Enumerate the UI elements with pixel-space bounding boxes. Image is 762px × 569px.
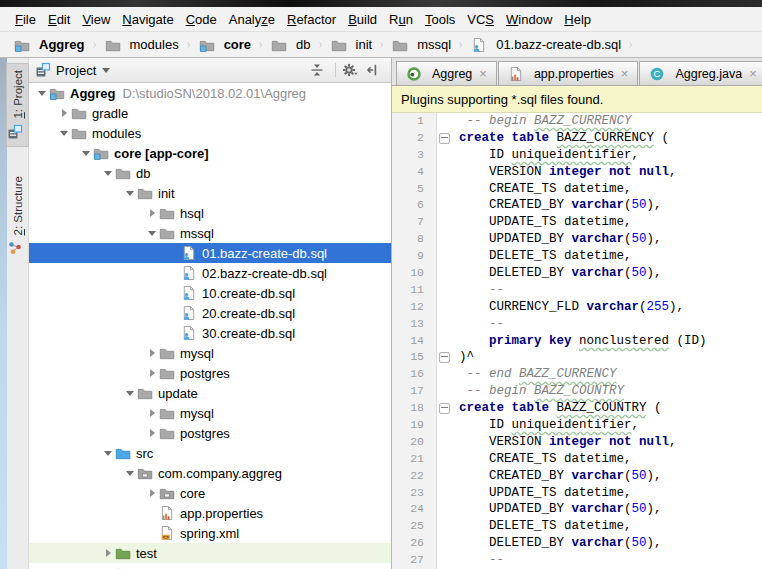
collapse-arrow-icon[interactable] [148, 231, 156, 236]
tree-item-01-bazz-create-db-sql[interactable]: 01.bazz-create-db.sql [29, 243, 391, 263]
line-number: 11 [392, 282, 436, 299]
code-editor[interactable]: 1 -- begin BAZZ_CURRENCY2create table BA… [392, 113, 762, 569]
close-icon[interactable]: × [479, 67, 487, 80]
tree-item-mssql[interactable]: mssql [29, 223, 391, 243]
menu-item-file[interactable]: File [9, 10, 42, 29]
menu-item-tools[interactable]: Tools [419, 10, 461, 29]
collapse-arrow-icon[interactable] [126, 471, 134, 476]
menu-item-build[interactable]: Build [342, 10, 383, 29]
tree-item-20-create-db-sql[interactable]: 20.create-db.sql [29, 303, 391, 323]
tree-item-label: mysql [180, 406, 214, 421]
code-text: CREATED_BY varchar(50), [453, 468, 662, 485]
expand-arrow-icon[interactable] [150, 349, 155, 357]
editor-tab-app-properties[interactable]: app.properties× [498, 61, 639, 85]
menu-item-refactor[interactable]: Refactor [281, 10, 342, 29]
folder-icon [159, 405, 175, 421]
tree-item-src[interactable]: src [29, 443, 391, 463]
code-line: 25 DELETE_TS datetime, [392, 518, 762, 535]
code-text: -- begin BAZZ_CURRENCY [453, 113, 632, 130]
tool-window-button-structure[interactable]: 2: Structure [6, 169, 29, 263]
breadcrumb-item-mssql[interactable]: mssql [390, 36, 453, 54]
menu-item-navigate[interactable]: Navigate [116, 10, 179, 29]
tree-item-30-create-db-sql[interactable]: 30.create-db.sql [29, 323, 391, 343]
breadcrumb-item-modules[interactable]: modules [103, 36, 181, 54]
code-line: 27 -- [392, 552, 762, 569]
tree-item-app-properties[interactable]: app.properties [29, 503, 391, 523]
tree-item-init[interactable]: init [29, 183, 391, 203]
tree-item-partial[interactable] [29, 563, 391, 569]
menu-item-edit[interactable]: Edit [42, 10, 76, 29]
editor-tab-aggreg[interactable]: Aggreg× [396, 61, 497, 85]
tree-item-core[interactable]: core [29, 483, 391, 503]
chevron-down-icon[interactable] [102, 68, 110, 73]
collapse-arrow-icon[interactable] [126, 191, 134, 196]
tree-item-core-app-core-[interactable]: core [app-core] [29, 143, 391, 163]
breadcrumb-item-01-bazz-create-db-sql[interactable]: 01.bazz-create-db.sql [469, 36, 623, 54]
tool-window-button-project[interactable]: 1: Project [6, 63, 29, 147]
folder-icon [271, 37, 287, 53]
close-icon[interactable]: × [749, 67, 757, 80]
tree-item-db[interactable]: db [29, 163, 391, 183]
tab-label: Aggreg [432, 67, 472, 81]
tree-item-modules[interactable]: modules [29, 123, 391, 143]
expand-arrow-icon[interactable] [150, 369, 155, 377]
breadcrumb-item-db[interactable]: db [269, 36, 312, 54]
fold-marker-icon[interactable] [439, 403, 450, 414]
tree-item-spring-xml[interactable]: <>spring.xml [29, 523, 391, 543]
code-text: -- begin BAZZ_COUNTRY [453, 383, 624, 400]
tree-item-10-create-db-sql[interactable]: 10.create-db.sql [29, 283, 391, 303]
chevron-right-icon [627, 37, 635, 53]
expand-arrow-icon[interactable] [150, 429, 155, 437]
menu-item-analyze[interactable]: Analyze [223, 10, 281, 29]
expand-arrow-icon[interactable] [62, 109, 67, 117]
hide-panel-button[interactable] [363, 60, 385, 80]
tree-item-gradle[interactable]: gradle [29, 103, 391, 123]
tree-item-postgres[interactable]: postgres [29, 363, 391, 383]
tree-item-update[interactable]: update [29, 383, 391, 403]
tree-item-test[interactable]: test [29, 543, 391, 563]
tree-item-aggreg[interactable]: AggregD:\studioSN\2018.02.01\Aggreg [29, 83, 391, 103]
expand-arrow-icon[interactable] [150, 409, 155, 417]
close-icon[interactable]: × [621, 67, 629, 80]
code-text: -- [453, 282, 504, 299]
collapse-arrow-icon[interactable] [38, 91, 46, 96]
menu-item-window[interactable]: Window [500, 10, 558, 29]
tree-item-hsql[interactable]: hsql [29, 203, 391, 223]
code-line: 7 UPDATE_TS datetime, [392, 214, 762, 231]
package-icon [137, 465, 153, 481]
collapse-all-button[interactable] [308, 60, 330, 80]
code-line: 13 -- [392, 316, 762, 333]
tree-item-postgres[interactable]: postgres [29, 423, 391, 443]
breadcrumb-item-core[interactable]: core [197, 36, 253, 54]
menu-item-vcs[interactable]: VCS [461, 10, 500, 29]
editor-tab-aggreg-java[interactable]: CAggreg.java× [639, 61, 762, 85]
code-text: -- [453, 316, 504, 333]
menu-item-run[interactable]: Run [383, 10, 419, 29]
fold-marker-icon[interactable] [439, 352, 450, 363]
breadcrumb-item-init[interactable]: init [329, 36, 375, 54]
collapse-arrow-icon[interactable] [104, 451, 112, 456]
chevron-right-icon [378, 37, 386, 53]
expand-arrow-icon[interactable] [150, 209, 155, 217]
tree-item-mysql[interactable]: mysql [29, 343, 391, 363]
line-number: 1 [392, 113, 436, 130]
tree-item-02-bazz-create-db-sql[interactable]: 02.bazz-create-db.sql [29, 263, 391, 283]
collapse-arrow-icon[interactable] [104, 171, 112, 176]
breadcrumb-label: Aggreg [39, 37, 85, 52]
breadcrumb-item-aggreg[interactable]: Aggreg [12, 36, 87, 54]
project-panel-title[interactable]: Project [56, 63, 96, 78]
collapse-arrow-icon[interactable] [126, 391, 134, 396]
tree-item-label: spring.xml [180, 526, 239, 541]
settings-gear-icon [342, 62, 358, 78]
tree-item-com-company-aggreg[interactable]: com.company.aggreg [29, 463, 391, 483]
settings-gear-button[interactable] [341, 60, 363, 80]
menu-item-code[interactable]: Code [180, 10, 223, 29]
menu-item-view[interactable]: View [76, 10, 116, 29]
collapse-arrow-icon[interactable] [82, 151, 90, 156]
collapse-arrow-icon[interactable] [60, 131, 68, 136]
expand-arrow-icon[interactable] [106, 549, 111, 557]
fold-marker-icon[interactable] [439, 133, 450, 144]
menu-item-help[interactable]: Help [558, 10, 597, 29]
tree-item-mysql[interactable]: mysql [29, 403, 391, 423]
expand-arrow-icon[interactable] [150, 489, 155, 497]
